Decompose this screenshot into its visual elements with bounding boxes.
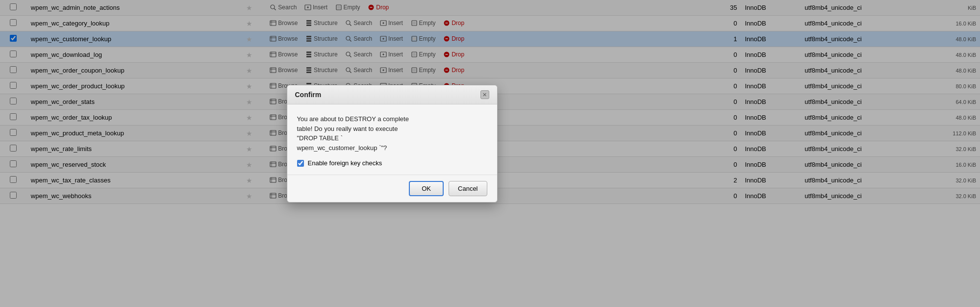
dialog-title: Confirm bbox=[295, 91, 322, 99]
ok-button[interactable]: OK bbox=[409, 181, 444, 196]
foreign-key-checkbox[interactable] bbox=[297, 160, 304, 167]
modal-overlay: Confirm ✕ You are about to DESTROY a com… bbox=[0, 0, 980, 307]
foreign-key-label: Enable foreign key checks bbox=[308, 159, 382, 167]
foreign-key-row: Enable foreign key checks bbox=[297, 159, 487, 167]
cancel-button[interactable]: Cancel bbox=[449, 181, 487, 196]
main-container: wpem_wc_admin_note_actions ★ Search Ins bbox=[0, 0, 980, 307]
confirm-dialog: Confirm ✕ You are about to DESTROY a com… bbox=[287, 85, 498, 203]
dialog-footer: OK Cancel bbox=[287, 175, 497, 202]
dialog-message: You are about to DESTROY a complete tabl… bbox=[297, 114, 487, 153]
close-button[interactable]: ✕ bbox=[480, 90, 489, 99]
dialog-body: You are about to DESTROY a complete tabl… bbox=[287, 104, 497, 175]
dialog-header: Confirm ✕ bbox=[287, 85, 497, 104]
